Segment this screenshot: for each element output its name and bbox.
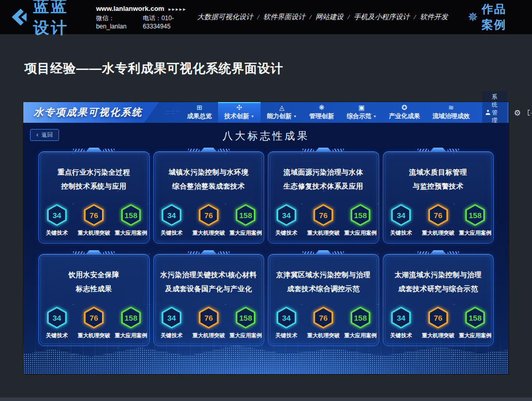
site-header: 蓝蓝设计 www.lanlanwork.com▸▸▸▸▸ 微信：ben_lanl… — [0, 0, 532, 34]
hexagon-badge: 76 — [84, 204, 104, 226]
service-link-1[interactable]: 大数据可视化设计 — [197, 12, 253, 22]
card-title-line2: 标志性成果 — [39, 282, 149, 296]
deco-stripes-left — [73, 149, 84, 151]
achievement-card-5[interactable]: 饮用水安全保障 标志性成果 34 关键技术 76 重大机理突破 — [38, 254, 150, 346]
nav-item-2[interactable]: ✣ 技术创新 ▼ — [218, 102, 261, 123]
logout-icon[interactable] — [528, 110, 530, 116]
nav-item-5[interactable]: ▣ 综合示范 ▼ — [340, 102, 383, 123]
achievement-card-1[interactable]: 重点行业水污染全过程 控制技术系统与应用 34 关键技术 76 重大机理突破 — [38, 151, 150, 244]
achievement-card-3[interactable]: 流域面源污染治理与水体 生态修复技术体系及应用 34 关键技术 76 重大机理突… — [268, 151, 379, 244]
hexagon-badge: 76 — [84, 307, 104, 328]
stat-item: 158 重大应用案例 — [228, 307, 264, 339]
stat-value: 76 — [90, 313, 98, 322]
stat-item: 34 关键技术 — [154, 307, 190, 339]
card-top-decoration — [188, 148, 229, 151]
nav-item-1[interactable]: ⊞ 成果总览 — [181, 102, 218, 123]
service-link-5[interactable]: 软件开发 — [420, 12, 448, 22]
stat-label: 重大机理突破 — [192, 230, 225, 237]
chevron-down-icon: ▼ — [251, 114, 254, 118]
user-area: 系统管理员 ⚙ — [476, 102, 532, 123]
nav-item-6[interactable]: ✪ 产业化成果 — [383, 102, 426, 123]
nav-item-3[interactable]: ◬ 能力创新 ▼ — [261, 102, 303, 123]
stat-item: 158 重大应用案例 — [113, 204, 149, 237]
stat-item: 76 重大机理突破 — [306, 204, 342, 237]
stat-label: 重大应用案例 — [229, 332, 262, 339]
card-title: 流域面源污染治理与水体 生态修复技术体系及应用 — [268, 165, 379, 193]
system-title-banner: 水专项成果可视化系统 — [23, 102, 159, 123]
card-stats: 34 关键技术 76 重大机理突破 158 重大应用案例 — [383, 204, 494, 237]
stat-value: 34 — [167, 211, 176, 220]
overview-grid-icon: ⊞ — [197, 104, 203, 111]
achievement-card-6[interactable]: 水污染治理关键技术\核心材料 及成套设备国产化与产业化 34 关键技术 76 重… — [153, 254, 265, 346]
card-top-decoration — [188, 250, 229, 254]
hexagon-badge: 76 — [199, 307, 219, 328]
card-title-line2: 综合整治整装成套技术 — [154, 179, 264, 193]
services-nav: 大数据可视化设计/软件界面设计/网站建设/手机及小程序设计/软件开发 — [197, 12, 448, 22]
nav-item-7[interactable]: ≋ 流域治理成效 — [426, 102, 476, 123]
card-title-line2: 控制技术系统与应用 — [39, 179, 149, 193]
service-separator: / — [414, 13, 416, 21]
stat-item: 158 重大应用案例 — [457, 307, 494, 339]
stat-value: 76 — [204, 211, 213, 220]
achievement-card-7[interactable]: 京津冀区域水污染控制与治理 成套技术综合调控示范 34 关键技术 76 重大机理… — [268, 254, 379, 346]
card-title: 饮用水安全保障 标志性成果 — [39, 268, 149, 296]
dash-nav: ⊞ 成果总览 ✣ 技术创新 ▼ ◬ 能力创新 ▼ ❋ 管理创新 ▣ 综合示范 ▼ — [181, 102, 476, 123]
stat-value: 158 — [124, 313, 137, 322]
stat-item: 34 关键技术 — [154, 204, 190, 237]
card-title: 城镇水污染控制与水环境 综合整治整装成套技术 — [154, 165, 264, 193]
stat-value: 76 — [434, 313, 442, 322]
hexagon-badge: 76 — [313, 307, 333, 328]
stat-value: 34 — [52, 211, 61, 220]
settings-gear-icon[interactable]: ⚙ — [514, 109, 521, 117]
chevron-down-icon: ▼ — [293, 114, 297, 118]
dashboard-screenshot: 水专项成果可视化系统 ⋯⋯⋯⋯⋯ ⊞ 成果总览 ✣ 技术创新 ▼ ◬ 能力创新 … — [23, 102, 509, 374]
deco-stripes-right — [103, 149, 114, 151]
hexagon-badge: 158 — [351, 204, 370, 226]
stat-value: 34 — [397, 313, 406, 322]
stat-item: 158 重大应用案例 — [342, 307, 379, 339]
hexagon-badge: 76 — [428, 204, 448, 226]
site-logo-text: 蓝蓝设计 — [33, 0, 84, 39]
achievement-card-8[interactable]: 太湖流域水污染控制与治理 成套技术研究与综合示范 34 关键技术 76 重大机理… — [383, 254, 494, 346]
hexagon-badge: 158 — [121, 204, 141, 226]
card-title-line1: 流域面源污染治理与水体 — [268, 165, 379, 179]
deco-stripes-right — [218, 149, 229, 151]
site-logo[interactable]: 蓝蓝设计 — [9, 0, 84, 39]
stat-item: 34 关键技术 — [383, 307, 420, 339]
achievement-card-4[interactable]: 流域水质目标管理 与监控预警技术 34 关键技术 76 重大机理突破 — [383, 151, 494, 244]
card-top-decoration — [303, 148, 344, 151]
stat-item: 34 关键技术 — [268, 307, 305, 339]
stat-label: 关键技术 — [390, 230, 412, 237]
stat-value: 76 — [90, 211, 98, 220]
service-separator: / — [309, 13, 311, 21]
card-top-decoration — [418, 250, 459, 254]
service-link-4[interactable]: 手机及小程序设计 — [354, 12, 410, 22]
service-link-2[interactable]: 软件界面设计 — [263, 12, 305, 22]
card-stats: 34 关键技术 76 重大机理突破 158 重大应用案例 — [154, 204, 264, 237]
hexagon-badge: 34 — [277, 307, 296, 328]
tech-innovation-icon: ✣ — [237, 104, 242, 111]
nav-item-label: 综合示范 — [347, 112, 371, 121]
nav-item-4[interactable]: ❋ 管理创新 — [303, 102, 340, 123]
stat-label: 重大应用案例 — [229, 230, 262, 237]
card-stats: 34 关键技术 76 重大机理突破 158 重大应用案例 — [383, 307, 494, 339]
deco-stripes-right — [448, 251, 459, 254]
section-title: 八大标志性成果 — [23, 129, 509, 143]
achievement-card-2[interactable]: 城镇水污染控制与水环境 综合整治整装成套技术 34 关键技术 76 重大机理突破 — [153, 151, 265, 244]
service-separator: / — [257, 13, 260, 21]
deco-stripes-right — [448, 149, 459, 151]
deco-stripes-left — [188, 251, 199, 254]
stat-value: 158 — [354, 211, 367, 220]
stat-label: 重大机理突破 — [307, 332, 340, 339]
service-link-3[interactable]: 网站建设 — [315, 12, 343, 22]
hexagon-badge: 158 — [236, 204, 255, 226]
stat-label: 重大应用案例 — [114, 332, 147, 339]
capability-innovation-icon: ◬ — [279, 104, 284, 111]
hexagon-badge: 76 — [313, 204, 333, 226]
stat-label: 重大机理突破 — [307, 230, 340, 237]
stat-item: 76 重大机理突破 — [306, 307, 342, 339]
card-stats: 34 关键技术 76 重大机理突破 158 重大应用案例 — [268, 204, 379, 237]
stat-label: 重大应用案例 — [344, 332, 377, 339]
portfolio-link[interactable]: ✵ 作品案例 — [468, 2, 519, 33]
stat-value: 158 — [354, 313, 367, 322]
